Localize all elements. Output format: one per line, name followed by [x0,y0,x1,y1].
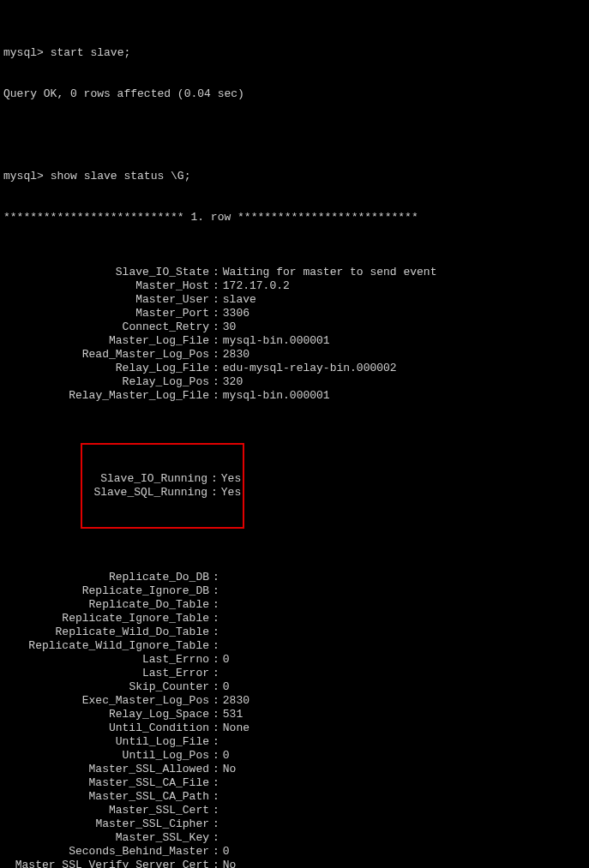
field-value: 3306 [223,307,249,320]
prompt: mysql> [3,170,44,183]
separator: : [209,584,223,598]
field-label: Replicate_Wild_Ignore_Table [3,639,209,653]
separator: : [209,831,223,845]
field-value: 0 [223,680,230,694]
separator: : [209,348,223,362]
separator: : [209,859,223,868]
field-label: Connect_Retry [3,320,209,334]
status-row: Replicate_Do_DB: [3,571,586,584]
status-row: Master_User:slave [3,293,586,307]
status-row: Last_Errno:0 [3,653,586,667]
status-row: Master_Port:3306 [3,307,586,320]
status-row: Replicate_Wild_Do_Table: [3,626,586,639]
separator: : [209,721,223,735]
separator: : [209,626,223,639]
field-label: Replicate_Do_DB [3,571,209,584]
status-row: Until_Condition:None [3,721,586,735]
highlight-box: Slave_IO_Running:YesSlave_SQL_Running:Ye… [81,443,244,529]
field-value: 0 [223,845,230,859]
status-row: Master_SSL_CA_File: [3,776,586,790]
field-label: Relay_Log_File [3,362,209,375]
field-value: 2830 [223,694,249,708]
status-row: Relay_Log_Space:531 [3,708,586,721]
status-row: Replicate_Ignore_DB: [3,584,586,598]
status-row: Last_Error: [3,667,586,680]
field-label: Skip_Counter [3,680,209,694]
separator: : [209,708,223,721]
separator: : [209,307,223,320]
separator: : [207,472,221,486]
field-label: Slave_IO_Running [84,472,207,486]
separator: : [209,763,223,776]
status-row: Exec_Master_Log_Pos:2830 [3,694,586,708]
field-label: Relay_Log_Space [3,708,209,721]
separator: : [209,598,223,612]
field-label: Until_Log_Pos [3,749,209,763]
row-divider: *************************** 1. row *****… [3,211,586,224]
separator: : [209,389,223,403]
separator: : [209,776,223,790]
command-line-1: mysql> start slave; [3,46,586,60]
field-value: No [223,859,237,868]
separator: : [209,667,223,680]
field-value: slave [223,293,256,307]
field-label: Slave_SQL_Running [84,486,207,500]
separator: : [209,612,223,626]
status-row: Replicate_Do_Table: [3,598,586,612]
status-row: Read_Master_Log_Pos:2830 [3,348,586,362]
field-value: 172.17.0.2 [223,279,290,293]
separator: : [209,735,223,749]
field-label: Seconds_Behind_Master [3,845,209,859]
status-row: Master_SSL_Allowed:No [3,763,586,776]
field-value: mysql-bin.000001 [223,334,330,348]
query-result-1: Query OK, 0 rows affected (0.04 sec) [3,87,586,101]
field-value: 0 [223,749,230,763]
separator: : [209,817,223,831]
status-row: Relay_Master_Log_File:mysql-bin.000001 [3,389,586,403]
separator: : [209,362,223,375]
status-row: Relay_Log_File:edu-mysql-relay-bin.00000… [3,362,586,375]
field-label: Master_Host [3,279,209,293]
separator: : [209,639,223,653]
separator: : [209,790,223,804]
status-row: Until_Log_Pos:0 [3,749,586,763]
field-label: Last_Error [3,667,209,680]
field-value: mysql-bin.000001 [223,389,330,403]
separator: : [209,279,223,293]
field-label: Master_SSL_Cert [3,804,209,817]
status-row: Skip_Counter:0 [3,680,586,694]
field-value: edu-mysql-relay-bin.000002 [223,362,397,375]
status-row: Slave_IO_Running:Yes [84,472,241,486]
field-value: Waiting for master to send event [223,266,437,279]
field-label: Master_SSL_CA_File [3,776,209,790]
status-row: Master_SSL_Cert: [3,804,586,817]
field-label: Master_Port [3,307,209,320]
field-value: No [223,763,237,776]
field-value: Yes [221,472,241,486]
separator: : [209,749,223,763]
status-row: Relay_Log_Pos:320 [3,375,586,389]
field-label: Master_SSL_Verify_Server_Cert [3,859,209,868]
field-label: Relay_Log_Pos [3,375,209,389]
separator: : [209,375,223,389]
field-value: 30 [223,320,237,334]
status-row: Master_Host:172.17.0.2 [3,279,586,293]
field-value: 2830 [223,348,249,362]
field-label: Replicate_Wild_Do_Table [3,626,209,639]
status-row: Master_SSL_Cipher: [3,817,586,831]
field-label: Replicate_Ignore_DB [3,584,209,598]
field-label: Replicate_Ignore_Table [3,612,209,626]
status-row: Master_SSL_Key: [3,831,586,845]
field-value: Yes [221,486,241,500]
command-text: show slave status \G; [51,170,191,183]
field-label: Master_Log_File [3,334,209,348]
field-label: Exec_Master_Log_Pos [3,694,209,708]
status-row: Master_SSL_CA_Path: [3,790,586,804]
field-label: Read_Master_Log_Pos [3,348,209,362]
status-row: Replicate_Ignore_Table: [3,612,586,626]
status-row: Slave_SQL_Running:Yes [84,486,241,500]
status-row: Seconds_Behind_Master:0 [3,845,586,859]
field-label: Slave_IO_State [3,266,209,279]
separator: : [209,680,223,694]
field-label: Master_User [3,293,209,307]
